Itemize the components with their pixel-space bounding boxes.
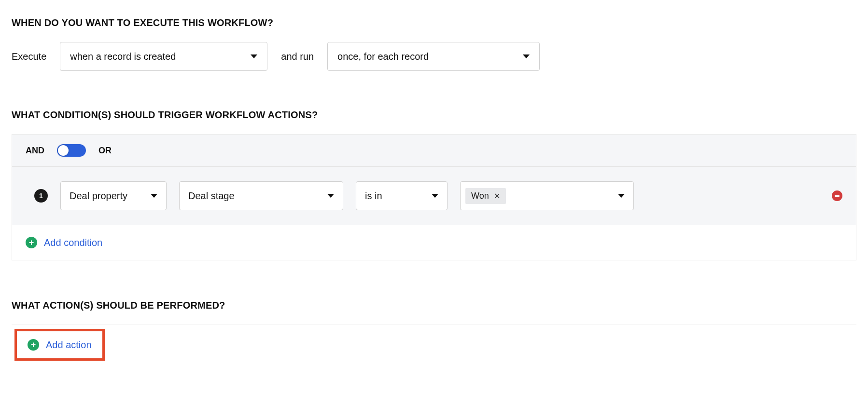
- condition-field-value: Deal property: [70, 190, 127, 202]
- logic-toggle-row: AND OR: [12, 135, 856, 166]
- remove-condition-button[interactable]: [832, 190, 842, 201]
- condition-field-select[interactable]: Deal property: [60, 181, 167, 210]
- logic-or-label: OR: [98, 146, 112, 156]
- condition-value-tag: Won ✕: [465, 188, 506, 204]
- condition-value-text: Won: [471, 191, 489, 201]
- logic-toggle[interactable]: [57, 144, 86, 157]
- chevron-down-icon: [432, 194, 438, 198]
- execute-heading: WHEN DO YOU WANT TO EXECUTE THIS WORKFLO…: [12, 17, 856, 28]
- add-action-label: Add action: [46, 339, 92, 351]
- condition-index-badge: 1: [34, 189, 48, 203]
- add-condition-label: Add condition: [44, 237, 102, 248]
- actions-heading: WHAT ACTION(S) SHOULD BE PERFORMED?: [12, 300, 856, 311]
- logic-and-label: AND: [26, 146, 44, 156]
- conditions-box: AND OR 1 Deal property Deal stage is in …: [12, 134, 856, 260]
- condition-property-select[interactable]: Deal stage: [179, 181, 343, 210]
- execute-trigger-select[interactable]: when a record is created: [60, 42, 267, 71]
- chevron-down-icon: [327, 194, 334, 198]
- chevron-down-icon: [523, 54, 530, 58]
- remove-tag-icon[interactable]: ✕: [494, 191, 500, 201]
- execute-run-value: once, for each record: [337, 51, 429, 62]
- toggle-knob: [58, 145, 69, 156]
- chevron-down-icon: [251, 54, 257, 58]
- plus-icon: +: [26, 237, 37, 248]
- condition-property-value: Deal stage: [188, 190, 235, 202]
- chevron-down-icon: [151, 194, 157, 198]
- execute-trigger-value: when a record is created: [70, 51, 176, 62]
- plus-icon: +: [28, 339, 39, 351]
- condition-value-select[interactable]: Won ✕: [460, 181, 634, 210]
- and-run-label: and run: [281, 51, 314, 62]
- condition-row: 1 Deal property Deal stage is in Won ✕: [12, 166, 856, 225]
- condition-operator-select[interactable]: is in: [356, 181, 448, 210]
- execute-run-select[interactable]: once, for each record: [327, 42, 540, 71]
- actions-divider: [12, 325, 856, 325]
- execute-label: Execute: [12, 51, 46, 62]
- minus-icon: [835, 195, 840, 197]
- execute-row: Execute when a record is created and run…: [12, 42, 856, 71]
- add-action-button[interactable]: + Add action: [14, 329, 105, 361]
- chevron-down-icon: [618, 194, 625, 198]
- condition-operator-value: is in: [365, 190, 382, 202]
- conditions-heading: WHAT CONDITION(S) SHOULD TRIGGER WORKFLO…: [12, 109, 856, 121]
- add-condition-button[interactable]: + Add condition: [12, 225, 856, 260]
